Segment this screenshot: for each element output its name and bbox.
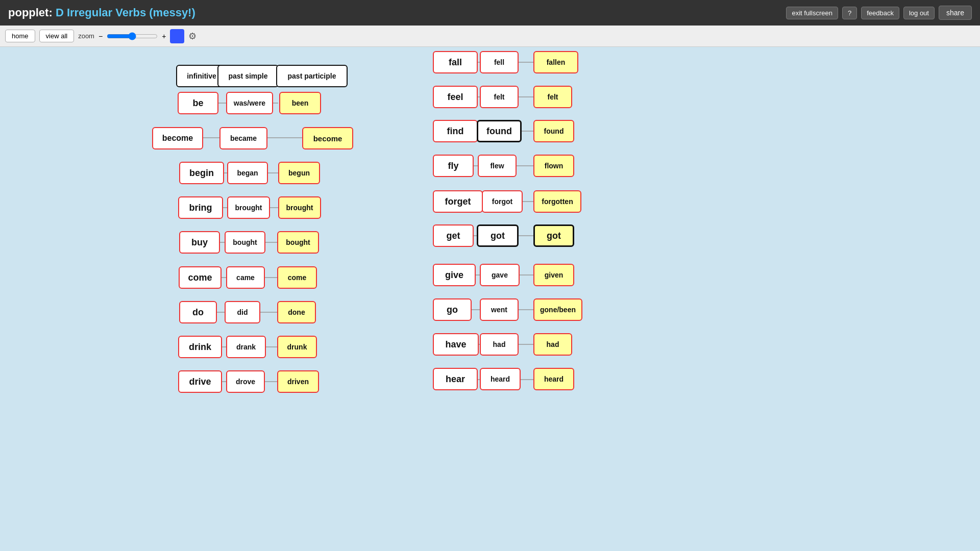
verb-drink-past[interactable]: drank: [226, 336, 266, 358]
header-past-participle[interactable]: past participle: [276, 65, 348, 87]
verb-come[interactable]: come: [179, 266, 222, 289]
zoom-plus-icon: +: [162, 32, 166, 40]
verb-become-past[interactable]: became: [219, 127, 267, 149]
verb-bring-past[interactable]: brought: [227, 196, 270, 219]
verb-find-pp[interactable]: found: [533, 120, 574, 142]
zoom-slider[interactable]: [107, 32, 158, 40]
verb-feel-pp[interactable]: felt: [533, 86, 572, 108]
verb-fly-past[interactable]: flew: [478, 155, 517, 177]
verb-drink[interactable]: drink: [178, 336, 222, 358]
verb-give-past[interactable]: gave: [480, 264, 520, 286]
verb-forget[interactable]: forget: [433, 190, 483, 213]
help-button[interactable]: ?: [842, 7, 857, 19]
verb-have-pp[interactable]: had: [533, 333, 572, 356]
view-all-button[interactable]: view all: [39, 30, 75, 42]
verb-forget-past[interactable]: forgot: [482, 190, 523, 213]
verb-come-past[interactable]: came: [226, 266, 265, 289]
verb-be-past[interactable]: was/were: [226, 92, 273, 114]
verb-get-pp[interactable]: got: [533, 224, 574, 247]
verb-hear-pp[interactable]: heard: [533, 368, 574, 390]
verb-go-past[interactable]: went: [480, 298, 519, 321]
verb-begin-past[interactable]: began: [227, 162, 268, 184]
verb-do-past[interactable]: did: [225, 301, 260, 323]
verb-do-pp[interactable]: done: [277, 301, 316, 323]
title-prefix: popplet:: [8, 6, 53, 19]
verb-drive-past[interactable]: drove: [226, 370, 265, 393]
settings-button[interactable]: ⚙: [188, 31, 197, 42]
verb-drink-pp[interactable]: drunk: [277, 336, 317, 358]
verb-have[interactable]: have: [433, 333, 479, 356]
verb-begin-pp[interactable]: begun: [278, 162, 320, 184]
verb-get[interactable]: get: [433, 224, 474, 247]
title-main: D Irregular Verbs (messy!): [53, 6, 195, 19]
zoom-label: zoom: [78, 32, 94, 40]
verb-hear-past[interactable]: heard: [480, 368, 521, 390]
verb-drive-pp[interactable]: driven: [277, 370, 319, 393]
header-controls: exit fullscreen ? feedback log out share: [786, 6, 972, 20]
share-button[interactable]: share: [939, 6, 972, 20]
verb-go[interactable]: go: [433, 298, 472, 321]
verb-buy[interactable]: buy: [179, 231, 220, 254]
verb-find[interactable]: find: [433, 120, 478, 142]
verb-begin[interactable]: begin: [179, 162, 224, 184]
verb-be-pp[interactable]: been: [279, 92, 321, 114]
verb-fall-pp[interactable]: fallen: [533, 51, 578, 73]
verb-become-pp[interactable]: become: [302, 127, 353, 149]
verb-bring-pp[interactable]: brought: [278, 196, 321, 219]
verb-have-past[interactable]: had: [480, 333, 519, 356]
home-button[interactable]: home: [5, 30, 35, 42]
feedback-button[interactable]: feedback: [861, 7, 899, 19]
verb-get-past[interactable]: got: [477, 224, 519, 247]
verb-be[interactable]: be: [178, 92, 218, 114]
verb-give-pp[interactable]: given: [533, 264, 574, 286]
toolbar: home view all zoom − + ⚙: [0, 26, 980, 47]
verb-do[interactable]: do: [179, 301, 217, 323]
verb-hear[interactable]: hear: [433, 368, 478, 390]
verb-go-pp[interactable]: gone/been: [533, 298, 582, 321]
verb-give[interactable]: give: [433, 264, 476, 286]
color-picker[interactable]: [170, 29, 184, 43]
verb-find-past[interactable]: found: [477, 120, 522, 142]
verb-fly-pp[interactable]: flown: [533, 155, 574, 177]
verb-bring[interactable]: bring: [178, 196, 223, 219]
verb-feel[interactable]: feel: [433, 86, 478, 108]
verb-fall[interactable]: fall: [433, 51, 478, 73]
verb-forget-pp[interactable]: forgotten: [533, 190, 581, 213]
verb-buy-pp[interactable]: bought: [277, 231, 319, 254]
header-past-simple[interactable]: past simple: [217, 65, 279, 87]
canvas-area: infinitive past simple past participle b…: [0, 47, 980, 551]
verb-buy-past[interactable]: bought: [225, 231, 265, 254]
header-bar: popplet: D Irregular Verbs (messy!) exit…: [0, 0, 980, 26]
verb-fall-past[interactable]: fell: [480, 51, 519, 73]
app-title: popplet: D Irregular Verbs (messy!): [8, 6, 195, 19]
verb-feel-past[interactable]: felt: [480, 86, 519, 108]
zoom-minus-icon: −: [99, 32, 103, 40]
verb-drive[interactable]: drive: [178, 370, 222, 393]
exit-fullscreen-button[interactable]: exit fullscreen: [786, 7, 838, 19]
logout-button[interactable]: log out: [903, 7, 935, 19]
verb-come-pp[interactable]: come: [277, 266, 317, 289]
verb-become[interactable]: become: [152, 127, 203, 149]
verb-fly[interactable]: fly: [433, 155, 474, 177]
